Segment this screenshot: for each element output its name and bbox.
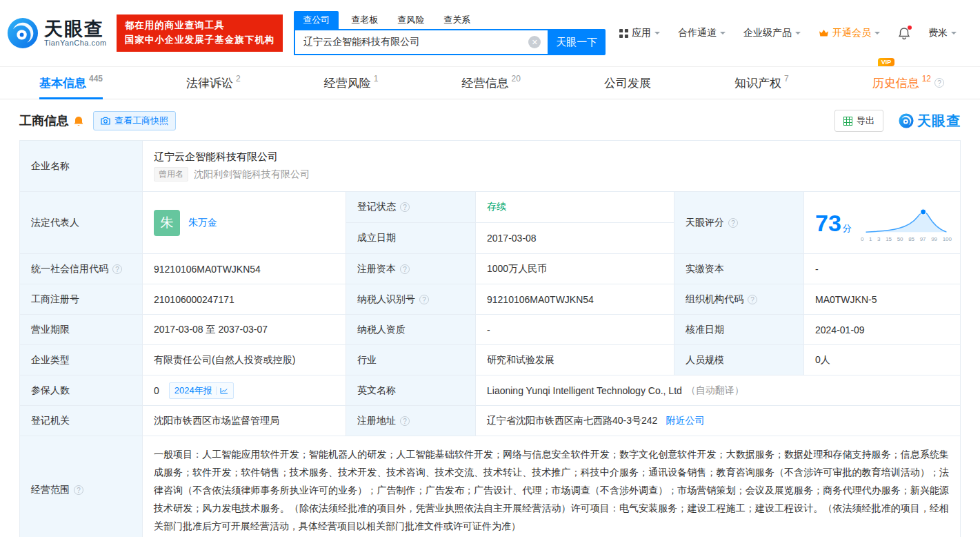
- brand-slogan: 都在用的商业查询工具 国家中小企业发展子基金旗下机构: [117, 14, 283, 52]
- tab-company-development[interactable]: 公司发展: [604, 67, 651, 99]
- tab-label: 经营信息: [462, 75, 509, 91]
- subscribe-bell-icon[interactable]: [74, 116, 83, 126]
- label-text: 组织机构代码: [686, 293, 743, 306]
- score-unit: 分: [843, 222, 852, 235]
- search-tab-company[interactable]: 查公司: [294, 11, 339, 29]
- tianyancha-logo[interactable]: 天眼查 TianYanCha.com: [7, 17, 107, 49]
- former-name: 沈阳利剑智能科技有限公司: [194, 168, 310, 181]
- table-row: 经营范围? 一般项目：人工智能应用软件开发；智能机器人的研发；人工智能基础软件开…: [20, 436, 961, 537]
- score-axis-ticks: 0131550859799100: [861, 236, 952, 242]
- help-icon[interactable]: ?: [112, 264, 122, 274]
- field-label-company-type: 企业类型: [20, 345, 143, 375]
- status-badge: 存续: [487, 201, 506, 213]
- auto-translate-note: （自动翻译）: [686, 384, 744, 397]
- help-icon[interactable]: ?: [748, 295, 757, 304]
- brand-domain: TianYanCha.com: [44, 39, 107, 47]
- field-value-registered-address: 辽宁省沈阳市铁西区南七西路40-3号242 附近公司: [476, 406, 961, 436]
- field-value-registration-number: 210106000247171: [143, 284, 346, 315]
- trend-chart-icon: [220, 387, 228, 394]
- tab-count: 7: [784, 74, 789, 84]
- tab-label: 法律诉讼: [186, 75, 233, 91]
- tab-label: 知识产权: [734, 75, 781, 91]
- camera-icon: [101, 117, 110, 125]
- field-value-company-type: 有限责任公司(自然人投资或控股): [143, 345, 346, 375]
- help-icon[interactable]: ?: [728, 218, 738, 228]
- export-button[interactable]: 导出: [834, 110, 883, 132]
- crown-icon: [819, 29, 829, 37]
- search-button[interactable]: 天眼一下: [548, 29, 606, 55]
- tab-business-info[interactable]: 经营信息20: [462, 67, 521, 99]
- table-row: 法定代表人 朱 朱万金 登记状态? 存续 成立日期 2017-03-08 天眼评…: [20, 192, 961, 254]
- help-icon[interactable]: ?: [400, 416, 410, 426]
- field-value-uscc: 91210106MA0TWJKN54: [143, 254, 346, 284]
- search-tabs: 查公司 查老板 查风险 查关系: [294, 11, 606, 29]
- tab-count: 12: [922, 74, 931, 84]
- search-tab-relation[interactable]: 查关系: [437, 11, 477, 29]
- field-label-insured-count: 参保人数: [20, 375, 143, 406]
- search-tab-boss[interactable]: 查老板: [344, 11, 385, 29]
- nav-apps[interactable]: 应用: [619, 27, 660, 39]
- search-input[interactable]: [294, 29, 548, 55]
- score-distribution-chart: 0131550859799100: [861, 204, 952, 242]
- help-icon[interactable]: ?: [400, 264, 410, 274]
- tab-label: 基本信息: [39, 75, 86, 91]
- tab-intellectual-property[interactable]: 知识产权7: [734, 67, 789, 99]
- nav-user-menu[interactable]: 费米: [928, 27, 957, 39]
- business-registration-table: 企业名称 辽宁云企智能科技有限公司 曾用名 沈阳利剑智能科技有限公司 法定代表人…: [19, 140, 961, 537]
- tab-label: 公司发展: [604, 75, 651, 91]
- field-label-business-scope: 经营范围?: [20, 436, 143, 537]
- field-value-taxpayer-id: 91210106MA0TWJKN54: [476, 284, 674, 315]
- field-value-business-term: 2017-03-08 至 2037-03-07: [143, 315, 346, 345]
- chevron-down-icon: [720, 32, 726, 37]
- chevron-down-icon: [874, 32, 880, 37]
- search-tab-risk[interactable]: 查风险: [390, 11, 431, 29]
- label-text: 注册地址: [357, 415, 396, 427]
- label-text: 注册资本: [357, 263, 396, 275]
- table-row: 工商注册号 210106000247171 纳税人识别号? 91210106MA…: [20, 284, 961, 315]
- help-icon[interactable]: ?: [934, 78, 944, 88]
- nav-cooperation-label: 合作通道: [678, 27, 717, 39]
- help-icon[interactable]: ?: [74, 485, 83, 495]
- nav-vip-label: 开通会员: [832, 27, 871, 39]
- field-value-staff-size: 0人: [804, 345, 961, 375]
- chevron-down-icon: [654, 32, 660, 37]
- excel-table-icon: [843, 117, 852, 126]
- help-icon[interactable]: ?: [419, 295, 429, 304]
- help-icon[interactable]: ?: [400, 202, 410, 212]
- field-label-established-date: 成立日期: [346, 223, 476, 254]
- nav-user-label: 费米: [928, 27, 948, 39]
- score-number: 73分: [815, 210, 852, 237]
- legal-rep-avatar[interactable]: 朱: [154, 210, 180, 236]
- former-name-row: 曾用名 沈阳利剑智能科技有限公司: [154, 167, 310, 182]
- tab-legal-proceedings[interactable]: 法律诉讼2: [186, 67, 241, 99]
- tianyancha-logo-icon: [7, 17, 39, 49]
- nav-vip-upgrade[interactable]: 开通会员: [819, 27, 880, 39]
- field-label-company-name: 企业名称: [20, 141, 143, 192]
- tab-history-info[interactable]: 历史信息 12 VIP ?: [872, 67, 944, 99]
- tab-basic-info[interactable]: 基本信息445: [39, 67, 103, 99]
- label-text: 经营范围: [31, 484, 70, 496]
- nav-cooperation[interactable]: 合作通道: [678, 27, 726, 39]
- field-label-uscc: 统一社会信用代码?: [20, 254, 143, 284]
- legal-rep-link[interactable]: 朱万金: [188, 217, 217, 229]
- nav-enterprise-products[interactable]: 企业级产品: [743, 27, 801, 39]
- company-tab-bar: 基本信息445 法律诉讼2 经营风险1 经营信息20 公司发展 知识产权7 历史…: [0, 66, 980, 99]
- nav-apps-label: 应用: [632, 27, 651, 39]
- field-value-industry: 研究和试验发展: [476, 345, 674, 375]
- field-label-industry: 行业: [346, 345, 476, 375]
- chevron-down-icon: [795, 32, 801, 37]
- slogan-line2: 国家中小企业发展子基金旗下机构: [125, 33, 275, 48]
- nearby-companies-link[interactable]: 附近公司: [666, 415, 704, 427]
- tab-count: 20: [512, 74, 521, 84]
- field-value-registration-status: 存续: [476, 192, 674, 223]
- annual-report-link[interactable]: 2024年报: [169, 382, 234, 399]
- field-label-tianyan-score: 天眼评分?: [674, 192, 804, 254]
- slogan-line1: 都在用的商业查询工具: [125, 19, 275, 33]
- view-snapshot-button[interactable]: 查看工商快照: [93, 111, 176, 130]
- tab-operating-risk[interactable]: 经营风险1: [324, 67, 379, 99]
- nav-notifications[interactable]: [898, 27, 910, 40]
- field-value-registered-capital: 1000万人民币: [476, 254, 674, 284]
- logo-text: 天眼查 TianYanCha.com: [44, 19, 107, 47]
- export-label: 导出: [857, 115, 874, 127]
- field-value-approval-date: 2024-01-09: [804, 315, 961, 345]
